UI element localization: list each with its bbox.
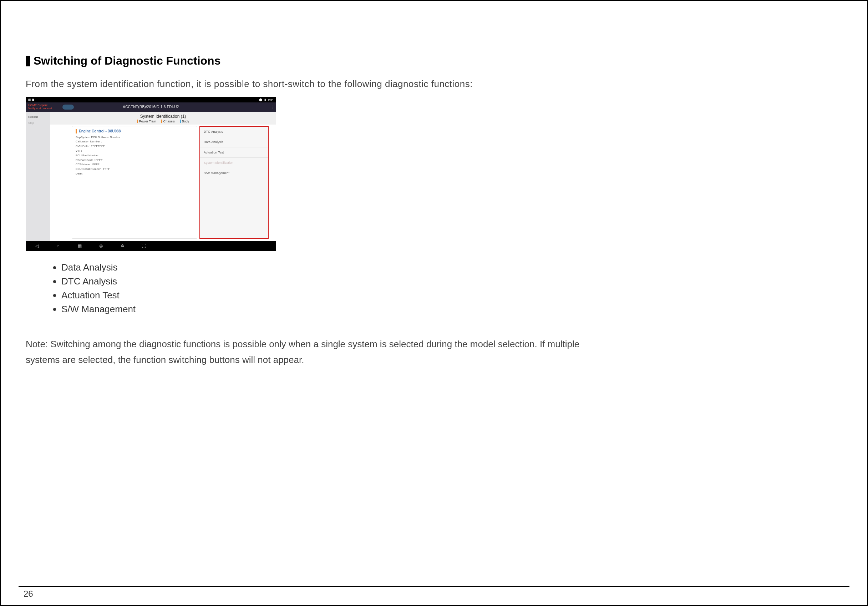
header-menu-icon[interactable]: ⁝ [271,104,276,110]
main-panel: System Identification (1) Power Train Ch… [50,112,276,241]
card-line: SupSystem ECU Software Number : [76,136,193,140]
nav-home-icon[interactable]: ⌂ [48,243,69,249]
menu-item-sw[interactable]: S/W Management [200,168,268,178]
embedded-screenshot: ◧ ▣ ⬤ ▮ 9:54 HOME Prepare Verify and pro… [26,97,276,251]
nav-expand-icon[interactable]: ⛶ [133,243,155,249]
nav-grid-icon[interactable]: ▦ [69,243,90,249]
app-header: HOME Prepare Verify and proceed ACCENT(R… [26,103,276,112]
sidebar-rescan[interactable]: Rescan [26,114,50,120]
note-paragraph: Note: Switching among the diagnostic fun… [26,336,597,368]
wifi-icon: ⬤ [259,98,262,101]
vin-pill[interactable] [62,104,74,110]
bullet-item: Data Analysis [61,262,842,273]
card-line: CVN Data : FFFFFFFF [76,145,193,148]
card-line: RB Part Code : FFFF [76,158,193,162]
card-line: ECU Serial Number : FFFF [76,167,193,171]
title-bar-icon [26,56,30,66]
filter-tabs: Power Train Chassis Body [50,120,276,124]
status-right: ⬤ ▮ 9:54 [259,98,274,101]
nav-back-icon[interactable]: ◁ [26,243,48,249]
card-line: Calibration Number : [76,140,193,144]
screenshot-body: Rescan Stop System Identification (1) Po… [26,112,276,241]
status-time: 9:54 [268,98,274,101]
system-card-header: Engine Control - D8U088 [76,129,193,134]
bullet-item: S/W Management [61,304,842,315]
sidebar-stop[interactable]: Stop [26,120,50,126]
android-navbar: ◁ ⌂ ▦ ◎ ✲ ⛶ [26,241,276,251]
section-title: Switching of Diagnostic Functions [26,54,842,67]
bullet-item: DTC Analysis [61,276,842,287]
section-intro: From the system identification function,… [26,77,597,92]
filter-chassis[interactable]: Chassis [161,120,175,123]
card-line: Date : [76,172,193,176]
vehicle-label: ACCENT(RB)/2016/G 1.6 FDI-U2 [123,105,179,109]
system-card-title: Engine Control - D8U088 [79,129,121,133]
system-card[interactable]: Engine Control - D8U088 SupSystem ECU So… [72,126,197,239]
left-sidebar: Rescan Stop [26,112,50,241]
section-title-text: Switching of Diagnostic Functions [34,54,220,67]
home-badge-l2: Verify and proceed [28,107,60,110]
filter-body[interactable]: Body [180,120,189,123]
card-line: CCS Name : FFFF [76,163,193,167]
menu-item-actuation[interactable]: Actuation Test [200,148,268,158]
menu-item-data[interactable]: Data Analysis [200,137,268,148]
document-page: Switching of Diagnostic Functions From t… [0,0,868,606]
nav-circle-icon[interactable]: ◎ [90,243,112,249]
footer-rule [19,586,849,587]
card-accent-icon [76,129,77,134]
battery-icon: ▮ [264,98,266,101]
status-left: ◧ ▣ [28,98,35,101]
page-number: 26 [23,589,33,599]
home-badge[interactable]: HOME Prepare Verify and proceed [26,104,60,110]
android-status-bar: ◧ ▣ ⬤ ▮ 9:54 [26,98,276,103]
content-row: Engine Control - D8U088 SupSystem ECU So… [50,124,276,241]
menu-item-sysid: System Identification [200,158,268,168]
card-line: VIN : [76,149,193,153]
filter-powertrain[interactable]: Power Train [137,120,156,123]
diagnostic-menu-highlight: DTC Analysis Data Analysis Actuation Tes… [200,126,269,239]
menu-item-dtc[interactable]: DTC Analysis [200,127,268,137]
nav-gear-icon[interactable]: ✲ [112,243,133,249]
bullet-item: Actuation Test [61,290,842,301]
bullet-list: Data Analysis DTC Analysis Actuation Tes… [47,262,842,315]
panel-subtitle: System Identification (1) [50,112,276,120]
card-line: ECU Part Number : [76,154,193,158]
